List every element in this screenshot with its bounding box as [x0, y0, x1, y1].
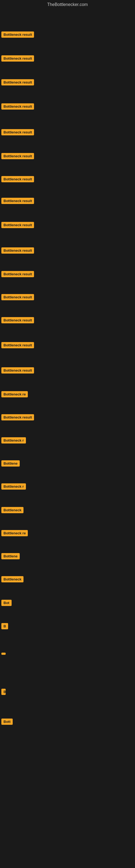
bottleneck-item[interactable]: Bottleneck result [0, 214, 135, 236]
bottleneck-badge: Bottlene [1, 460, 20, 467]
bottleneck-item[interactable]: Bottleneck result [0, 24, 135, 45]
bottleneck-item[interactable]: Bottleneck result [0, 406, 135, 428]
bottleneck-badge: Bottleneck re [1, 391, 28, 397]
bottleneck-badge: Bottleneck result [1, 176, 34, 182]
bottleneck-item[interactable]: Bottleneck result [0, 360, 135, 381]
bottleneck-item[interactable]: Bottleneck result [0, 145, 135, 167]
bottleneck-item[interactable]: B [0, 615, 135, 637]
bottleneck-item[interactable]: Bottleneck r [0, 475, 135, 497]
bottleneck-badge: Bottleneck result [1, 247, 34, 254]
bottleneck-badge [1, 653, 6, 655]
bottleneck-badge: Bottleneck result [1, 79, 34, 86]
bottleneck-item[interactable]: Bottleneck re [0, 383, 135, 405]
bottleneck-badge: Bottleneck result [1, 342, 34, 348]
bottleneck-badge: Bottleneck [1, 576, 24, 582]
bottleneck-item[interactable]: Bottleneck result [0, 334, 135, 356]
bottleneck-badge: Bott [1, 718, 13, 725]
bottleneck-badge: Bottleneck result [1, 317, 34, 323]
bottleneck-badge: Bottleneck result [1, 31, 34, 38]
bottleneck-item[interactable]: B [0, 681, 135, 703]
bottleneck-badge: Bottleneck result [1, 414, 34, 421]
bottleneck-item[interactable]: Bottleneck result [0, 71, 135, 93]
bottleneck-badge: Bottleneck result [1, 198, 34, 204]
bottleneck-item[interactable]: Bottleneck result [0, 240, 135, 261]
bottleneck-item[interactable]: Bottleneck result [0, 309, 135, 331]
bottleneck-item[interactable]: Bott [0, 711, 135, 733]
bottleneck-badge: B [1, 623, 8, 629]
bottleneck-badge: Bottleneck result [1, 153, 34, 159]
bottleneck-item[interactable]: Bottlene [0, 453, 135, 474]
bottleneck-badge: Bottleneck r [1, 437, 26, 443]
bottleneck-badge: Bottleneck result [1, 271, 34, 277]
bottleneck-badge: Bottleneck result [1, 103, 34, 110]
bottleneck-item[interactable]: Bottleneck result [0, 48, 135, 69]
bottleneck-badge: Bottleneck result [1, 367, 34, 373]
bottleneck-item[interactable]: Bottlene [0, 545, 135, 567]
bottleneck-item[interactable]: Bot [0, 592, 135, 614]
bottleneck-item[interactable]: Bottleneck result [0, 168, 135, 190]
bottleneck-item[interactable]: Bottleneck result [0, 95, 135, 117]
bottleneck-badge: Bot [1, 600, 12, 606]
bottleneck-badge: Bottleneck result [1, 129, 34, 135]
site-title: TheBottlenecker.com [0, 0, 135, 8]
bottleneck-item[interactable]: Bottleneck result [0, 121, 135, 143]
bottleneck-item[interactable]: Bottleneck result [0, 286, 135, 308]
bottleneck-badge: Bottleneck result [1, 55, 34, 62]
items-container: Bottleneck resultBottleneck resultBottle… [0, 8, 135, 868]
bottleneck-badge: Bottleneck [1, 507, 24, 513]
bottleneck-item[interactable]: Bottleneck [0, 499, 135, 521]
bottleneck-badge: Bottleneck result [1, 222, 34, 228]
bottleneck-item[interactable]: Bottleneck r [0, 429, 135, 451]
bottleneck-badge: Bottleneck result [1, 294, 34, 300]
bottleneck-item[interactable] [0, 643, 135, 664]
bottleneck-item[interactable]: Bottleneck result [0, 190, 135, 212]
bottleneck-item[interactable]: Bottleneck result [0, 263, 135, 285]
bottleneck-badge: B [1, 689, 6, 695]
bottleneck-item[interactable]: Bottleneck [0, 568, 135, 590]
bottleneck-badge: Bottlene [1, 553, 20, 559]
bottleneck-item[interactable]: Bottleneck re [0, 522, 135, 544]
bottleneck-badge: Bottleneck r [1, 484, 26, 490]
bottleneck-badge: Bottleneck re [1, 530, 28, 536]
